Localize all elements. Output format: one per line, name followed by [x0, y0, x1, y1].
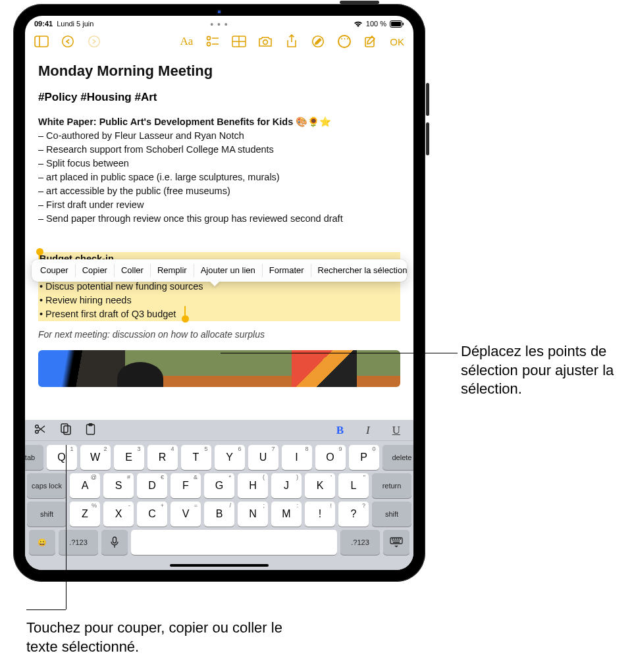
note-attached-image[interactable]: [38, 350, 400, 387]
copy-icon[interactable]: [61, 423, 71, 438]
svg-point-7: [207, 36, 211, 39]
note-tags: #Policy #Housing #Art: [38, 90, 400, 106]
more-icon[interactable]: [337, 34, 352, 49]
key-f[interactable]: F&: [171, 473, 201, 498]
key-r[interactable]: R4: [147, 445, 178, 470]
ipad-frame: 09:41 Lundi 5 juin • • • 100 %: [13, 4, 425, 582]
svg-point-6: [89, 36, 100, 47]
callout-leader: [66, 445, 66, 609]
key-e[interactable]: E3: [114, 445, 144, 470]
note-line: – Split focus between: [38, 157, 400, 170]
key-z[interactable]: Z%: [70, 502, 100, 527]
key-o[interactable]: O9: [315, 445, 346, 470]
menu-cut[interactable]: Couper: [34, 264, 76, 277]
undo-icon[interactable]: [61, 34, 75, 49]
battery-full-icon: [390, 20, 404, 28]
underline-button[interactable]: U: [388, 424, 404, 437]
key-b[interactable]: B/: [204, 502, 234, 527]
svg-point-14: [263, 40, 268, 45]
menu-caret-icon: [209, 281, 220, 286]
callout-leader: [26, 609, 66, 610]
key-q[interactable]: Q1: [47, 445, 77, 470]
selection-handle-start[interactable]: [36, 248, 43, 255]
note-section-heading: White Paper: Public Art's Development Be…: [38, 115, 400, 129]
redo-icon[interactable]: [87, 34, 101, 49]
svg-rect-20: [64, 426, 70, 434]
svg-rect-3: [35, 36, 48, 47]
power-button: [340, 1, 379, 4]
selection-handle-end[interactable]: [182, 315, 189, 323]
key-shift[interactable]: shift: [27, 502, 66, 527]
key-p[interactable]: P0: [349, 445, 379, 470]
onscreen-keyboard: B I U tabQ1W2E3R4T5Y6U7I8O9P0delete caps…: [25, 420, 413, 570]
key-d[interactable]: D€: [137, 473, 167, 498]
svg-rect-2: [403, 22, 404, 25]
menu-format[interactable]: Formater: [263, 264, 311, 277]
key-x[interactable]: X-: [103, 502, 134, 527]
camera-icon[interactable]: [258, 34, 273, 49]
menu-paste[interactable]: Coller: [115, 264, 151, 277]
volume-up-button: [426, 83, 429, 116]
note-title: Monday Morning Meeting: [38, 61, 400, 82]
key-s[interactable]: S#: [103, 473, 134, 498]
key-delete[interactable]: delete: [383, 445, 414, 470]
key-w[interactable]: W2: [80, 445, 111, 470]
volume-down-button: [426, 122, 429, 155]
front-camera: [217, 9, 222, 14]
home-indicator[interactable]: [170, 564, 269, 567]
menu-addlink[interactable]: Ajouter un lien: [194, 264, 263, 277]
bold-button[interactable]: B: [332, 424, 348, 437]
checklist-icon[interactable]: [205, 34, 220, 49]
key-123[interactable]: .?123: [340, 530, 380, 555]
keyboard-dismiss-icon[interactable]: [383, 530, 409, 555]
key-return[interactable]: return: [372, 473, 411, 498]
key-[interactable]: 😀: [29, 530, 55, 555]
mic-icon[interactable]: [101, 530, 128, 555]
key-[interactable]: !!: [305, 502, 335, 527]
menu-copy[interactable]: Copier: [76, 264, 115, 277]
note-footer-line: For next meeting: discussion on how to a…: [38, 328, 400, 341]
notes-toolbar: Aa OK: [25, 29, 413, 51]
table-icon[interactable]: [232, 34, 246, 49]
key-n[interactable]: N;: [238, 502, 268, 527]
svg-rect-1: [391, 22, 401, 26]
text-format-button[interactable]: Aa: [179, 34, 194, 49]
key-u[interactable]: U7: [248, 445, 278, 470]
key-tab[interactable]: tab: [25, 445, 43, 470]
key-shift[interactable]: shift: [372, 502, 411, 527]
key-[interactable]: ??: [338, 502, 369, 527]
key-m[interactable]: M:: [271, 502, 302, 527]
scissors-icon[interactable]: [34, 424, 46, 437]
compose-icon[interactable]: [363, 34, 378, 49]
key-g[interactable]: G*: [204, 473, 234, 498]
wifi-icon: [354, 20, 363, 28]
key-a[interactable]: A@: [70, 473, 100, 498]
multitask-dots-icon[interactable]: • • •: [210, 19, 228, 30]
key-v[interactable]: V=: [171, 502, 201, 527]
done-button[interactable]: OK: [390, 36, 404, 47]
clipboard-icon[interactable]: [86, 423, 95, 438]
menu-fill[interactable]: Remplir: [151, 264, 194, 277]
share-icon[interactable]: [284, 34, 299, 49]
key-k[interactable]: K': [305, 473, 335, 498]
selected-line: • Review hiring needs: [38, 294, 400, 307]
key-c[interactable]: C+: [137, 502, 167, 527]
key-t[interactable]: T5: [181, 445, 211, 470]
italic-button[interactable]: I: [362, 424, 374, 437]
menu-search[interactable]: Rechercher la sélection: [311, 264, 413, 277]
key-y[interactable]: Y6: [215, 445, 245, 470]
key-l[interactable]: L": [338, 473, 369, 498]
sidebar-icon[interactable]: [34, 34, 49, 49]
note-line: – Co-authored by Fleur Lasseur and Ryan …: [38, 129, 400, 143]
svg-point-5: [63, 36, 74, 47]
key-123[interactable]: .?123: [59, 530, 98, 555]
key-h[interactable]: H(: [238, 473, 268, 498]
key-[interactable]: [131, 530, 337, 555]
note-body[interactable]: Monday Morning Meeting #Policy #Housing …: [25, 51, 413, 394]
markup-icon[interactable]: [311, 34, 325, 49]
note-line: – Research support from Schoberl College…: [38, 143, 400, 157]
key-j[interactable]: J): [271, 473, 302, 498]
key-i[interactable]: I8: [282, 445, 312, 470]
svg-rect-23: [113, 537, 117, 543]
key-capslock[interactable]: caps lock: [27, 473, 66, 498]
